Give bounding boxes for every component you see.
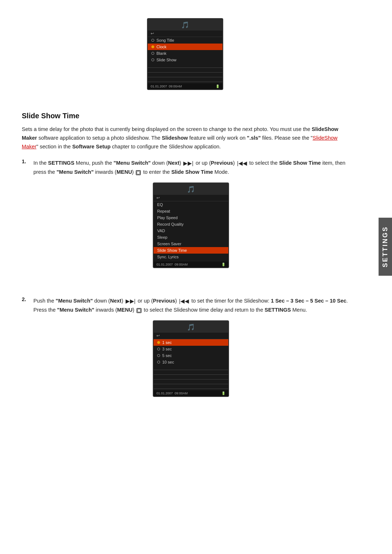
menu-item-play-speed: Play Speed (154, 214, 228, 221)
menu-item-1sec: 1 sec (154, 339, 228, 346)
radio-song-title (151, 39, 154, 42)
menu-item-repeat: Repeat (154, 208, 228, 214)
menu-icon-1 (136, 169, 141, 176)
step-1-number: 1. (22, 159, 30, 164)
menu-item-10sec: 10 sec (154, 359, 228, 365)
device-logo-3: 🎵 (187, 323, 195, 331)
step-1-text: In the SETTINGS Menu, push the "Menu Swi… (33, 159, 348, 177)
device-screen-3: 🎵 ↩ 1 sec 3 sec (153, 320, 229, 397)
menu-item-screen-saver: Screen Saver (154, 241, 228, 247)
step-2-number: 2. (22, 296, 30, 302)
device-back-3: ↩ (154, 333, 228, 339)
settings-tab-label: SETTINGS (381, 226, 389, 267)
settings-tab: SETTINGS (379, 218, 392, 276)
next-icon-1: ▶▶| (183, 159, 193, 168)
device-back-2: ↩ (154, 195, 228, 201)
radio-slideshow (151, 58, 154, 61)
menu-item-vad: VAD (154, 227, 228, 234)
to-text-2: to (143, 169, 148, 175)
device-header-3: 🎵 (154, 321, 228, 333)
device-header-2: 🎵 (154, 183, 228, 195)
next-icon-2: ▶▶| (126, 297, 136, 306)
device-logo-1: 🎵 (181, 21, 189, 29)
device-footer-1: 01.01.2007 09:00AM 🔋 (148, 83, 222, 89)
prev-icon-2: |◀◀ (179, 297, 189, 306)
section-body: Sets a time delay for the photo that is … (22, 125, 348, 151)
device-logo-2: 🎵 (187, 185, 195, 193)
menu-item-3sec: 3 sec (154, 346, 228, 352)
device-footer-3: 01.01.2007 09:00AM 🔋 (154, 390, 228, 396)
menu-item-blank: Blank (148, 50, 222, 57)
device-back-1: ↩ (148, 30, 222, 37)
svg-rect-3 (138, 309, 140, 312)
to-text-1: to (249, 160, 254, 166)
device-screen-1: 🎵 ↩ Song Title Clock Blank Slide Show (147, 18, 223, 90)
step-2-text: Push the "Menu Switch" down (Next) ▶▶| o… (33, 296, 348, 315)
step-1: 1. In the SETTINGS Menu, push the "Menu … (22, 159, 348, 290)
menu-item-record-quality: Record Quality (154, 221, 228, 227)
menu-item-5sec: 5 sec (154, 352, 228, 359)
svg-rect-1 (137, 171, 140, 174)
device-footer-2: 01.01.2007 09:00AM 🔋 (154, 262, 228, 267)
menu-item-slide-show-time: Slide Show Time (154, 247, 228, 254)
screen2-wrapper: 🎵 ↩ EQ Repeat Play Speed Record Quality … (33, 182, 348, 279)
to-text-3: to (144, 307, 148, 313)
radio-10sec (157, 361, 160, 364)
radio-1sec (157, 341, 160, 344)
menu-item-eq: EQ (154, 201, 228, 208)
device-header-1: 🎵 (148, 19, 222, 30)
prev-icon-1: |◀◀ (237, 159, 247, 168)
menu-item-sync-lyrics: Sync. Lyrics (154, 254, 228, 260)
menu-item-clock: Clock (148, 44, 222, 50)
device-screen-2: 🎵 ↩ EQ Repeat Play Speed Record Quality … (153, 182, 229, 268)
radio-clock (151, 45, 154, 48)
menu-item-sleep: Sleep (154, 234, 228, 241)
section-title: Slide Show Time (22, 112, 348, 120)
screen3-wrapper: 🎵 ↩ 1 sec 3 sec (33, 320, 348, 408)
radio-3sec (157, 348, 160, 350)
menu-icon-2 (136, 307, 142, 314)
screen1-wrapper: 🎵 ↩ Song Title Clock Blank Slide Show (22, 18, 348, 101)
menu-item-song-title: Song Title (148, 37, 222, 44)
step-2: 2. Push the "Menu Switch" down (Next) ▶▶… (22, 296, 348, 419)
radio-blank (151, 52, 154, 55)
radio-5sec (157, 354, 160, 357)
menu-item-slideshow: Slide Show (148, 57, 222, 63)
